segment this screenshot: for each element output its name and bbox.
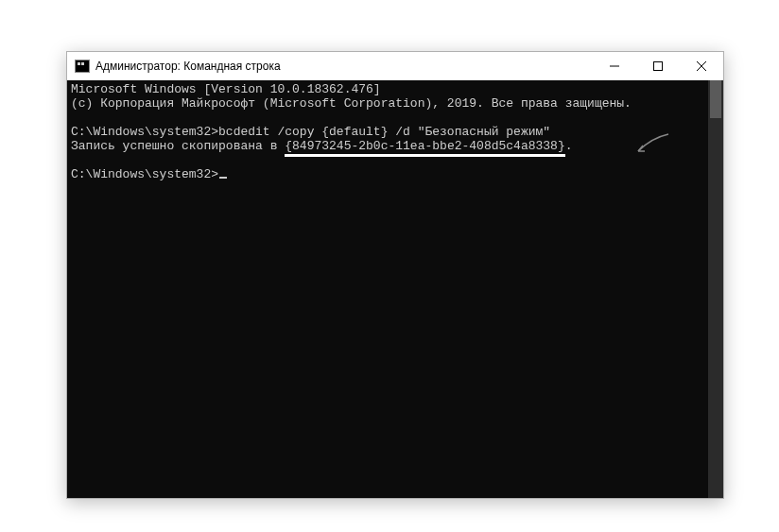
minimize-button[interactable] — [593, 52, 636, 80]
cmd-icon — [75, 60, 90, 73]
console-line: (c) Корпорация Майкрософт (Microsoft Cor… — [71, 96, 719, 111]
svg-rect-0 — [654, 62, 663, 71]
console-line: C:\Windows\system32>bcdedit /copy {defau… — [71, 125, 719, 139]
console-line: C:\Windows\system32> — [71, 167, 719, 181]
window-title: Администратор: Командная строка — [95, 60, 593, 73]
titlebar[interactable]: Администратор: Командная строка — [67, 52, 723, 80]
result-prefix: Запись успешно скопирована в — [71, 139, 285, 153]
console-line: Запись успешно скопирована в {84973245-2… — [71, 139, 719, 153]
close-button[interactable] — [680, 52, 723, 80]
console-line: Microsoft Windows [Version 10.0.18362.47… — [71, 82, 719, 96]
scrollbar[interactable] — [708, 80, 723, 498]
command-text: bcdedit /copy {default} /d "Безопасный р… — [218, 125, 550, 139]
result-suffix: . — [565, 139, 573, 153]
maximize-button[interactable] — [636, 52, 680, 80]
cmd-window: Администратор: Командная строка Microsof… — [66, 51, 724, 499]
prompt: C:\Windows\system32> — [71, 167, 218, 181]
text-cursor — [219, 177, 227, 179]
prompt: C:\Windows\system32> — [71, 125, 218, 139]
console-area[interactable]: Microsoft Windows [Version 10.0.18362.47… — [67, 80, 723, 498]
result-guid: {84973245-2b0c-11ea-bbe2-408d5c4a8338} — [285, 139, 564, 153]
window-controls — [593, 52, 723, 80]
console-blank — [71, 111, 719, 125]
scrollbar-thumb[interactable] — [710, 80, 721, 118]
